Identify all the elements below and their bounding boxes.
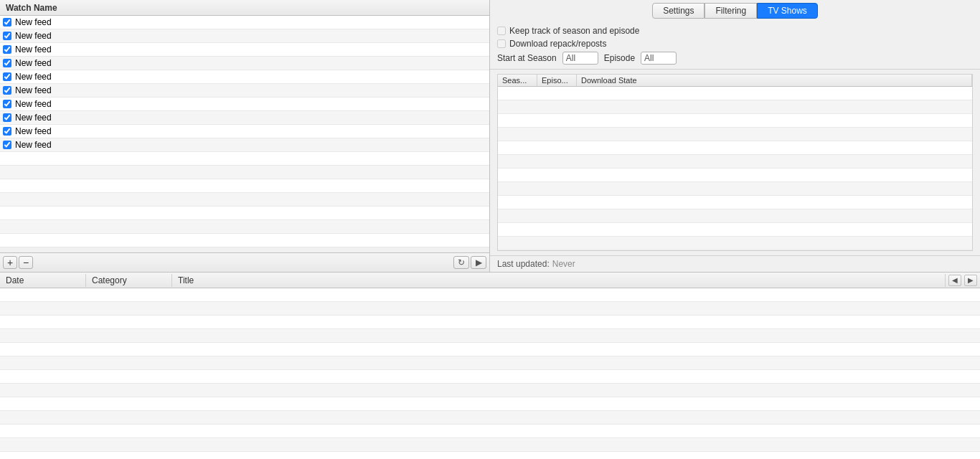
remove-feed-button[interactable]: − (19, 256, 33, 269)
feed-name-label: New feed (15, 85, 52, 95)
episode-col-header: Episo... (537, 75, 577, 86)
feed-list: New feedNew feedNew feedNew feedNew feed… (0, 16, 489, 252)
feed-row: New feed (0, 84, 489, 98)
bottom-row (0, 316, 980, 329)
bottom-row (0, 438, 980, 452)
date-col-header: Date (0, 274, 86, 287)
download-repack-label: Download repack/reposts (509, 39, 606, 49)
main-container: Watch Name New feedNew feedNew feedNew f… (0, 0, 980, 459)
keep-track-row: Keep track of season and episode (497, 26, 973, 36)
bottom-row (0, 288, 980, 302)
episode-row (498, 237, 972, 250)
bottom-section: Date Category Title ◀ ▶ (0, 273, 980, 459)
feed-row: New feed (0, 70, 489, 84)
feed-checkbox[interactable] (3, 32, 11, 40)
feed-name-label: New feed (15, 72, 52, 82)
bottom-rows (0, 288, 980, 459)
season-col-header: Seas... (498, 75, 537, 86)
bottom-row (0, 425, 980, 438)
watch-name-header: Watch Name (0, 0, 489, 16)
episode-label: Episode (604, 53, 635, 63)
prev-page-button[interactable]: ◀ (948, 275, 961, 286)
feed-row: New feed (0, 43, 489, 57)
bottom-row (0, 343, 980, 356)
feed-name-label: New feed (15, 140, 52, 150)
feed-row: New feed (0, 29, 489, 43)
episodes-table-header: Seas... Episo... Download State (498, 75, 972, 87)
feed-name-label: New feed (15, 31, 52, 41)
download-repack-checkbox[interactable] (497, 39, 506, 48)
right-panel: Settings Filtering TV Shows Keep track o… (490, 0, 980, 272)
feed-name-label: New feed (15, 113, 52, 123)
header-right-controls: ◀ ▶ (946, 275, 980, 286)
feed-row: New feed (0, 125, 489, 138)
last-updated-bar: Last updated: Never (490, 255, 980, 272)
keep-track-label: Keep track of season and episode (509, 26, 639, 36)
feed-checkbox[interactable] (3, 141, 11, 149)
feed-name-label: New feed (15, 44, 52, 55)
feed-name-label: New feed (15, 58, 52, 68)
bottom-row (0, 302, 980, 316)
feed-checkbox[interactable] (3, 100, 11, 108)
feed-row: New feed (0, 57, 489, 70)
tab-bar: Settings Filtering TV Shows (490, 0, 980, 22)
episode-row (498, 128, 972, 141)
bottom-row (0, 356, 980, 370)
feed-name-label: New feed (15, 99, 52, 109)
start-at-season-label: Start at Season (497, 53, 557, 63)
tab-filtering[interactable]: Filtering (705, 3, 757, 19)
feed-checkbox[interactable] (3, 18, 11, 27)
feed-name-label: New feed (15, 126, 52, 136)
episode-row (498, 141, 972, 155)
bottom-row (0, 411, 980, 425)
episode-row (498, 223, 972, 237)
title-col-header: Title (172, 274, 946, 287)
refresh-button[interactable]: ↻ (453, 256, 469, 269)
left-panel: Watch Name New feedNew feedNew feedNew f… (0, 0, 490, 272)
feed-row-empty (0, 179, 489, 193)
episode-row (498, 169, 972, 182)
start-at-season-input[interactable] (562, 52, 598, 65)
episode-row (498, 196, 972, 209)
bottom-row (0, 452, 980, 459)
settings-area: Keep track of season and episode Downloa… (490, 22, 980, 70)
feed-row-empty (0, 166, 489, 179)
feed-row: New feed (0, 111, 489, 125)
episode-row (498, 182, 972, 196)
tab-tvshows[interactable]: TV Shows (757, 3, 818, 19)
feed-row: New feed (0, 138, 489, 152)
feed-row-empty (0, 152, 489, 166)
episode-row (498, 209, 972, 223)
dlstate-col-header: Download State (577, 75, 972, 86)
episode-input[interactable] (641, 52, 677, 65)
add-feed-button[interactable]: + (3, 256, 17, 269)
bottom-table-header: Date Category Title ◀ ▶ (0, 273, 980, 288)
feed-checkbox[interactable] (3, 86, 11, 95)
feed-row-empty (0, 220, 489, 234)
top-section: Watch Name New feedNew feedNew feedNew f… (0, 0, 980, 273)
feed-checkbox[interactable] (3, 127, 11, 136)
episode-row (498, 155, 972, 169)
feed-row: New feed (0, 98, 489, 111)
episode-row (498, 100, 972, 114)
feed-checkbox[interactable] (3, 72, 11, 81)
feed-checkbox[interactable] (3, 45, 11, 54)
next-page-button[interactable]: ▶ (964, 275, 977, 286)
feed-checkbox[interactable] (3, 113, 11, 122)
feed-checkbox[interactable] (3, 59, 11, 67)
bottom-row (0, 384, 980, 397)
keep-track-checkbox[interactable] (497, 27, 506, 35)
last-updated-value: Never (552, 259, 575, 269)
feed-name-label: New feed (15, 17, 52, 27)
season-episode-row: Start at Season Episode (497, 52, 973, 65)
bottom-row (0, 329, 980, 343)
bottom-row (0, 370, 980, 384)
episodes-rows (498, 87, 972, 250)
feed-row: New feed (0, 16, 489, 29)
watch-name-label: Watch Name (6, 3, 57, 13)
episode-row (498, 87, 972, 100)
feed-row-empty (0, 193, 489, 207)
tab-settings[interactable]: Settings (652, 3, 705, 19)
feed-row-empty (0, 234, 489, 247)
next-button[interactable]: ▶ (471, 256, 486, 269)
